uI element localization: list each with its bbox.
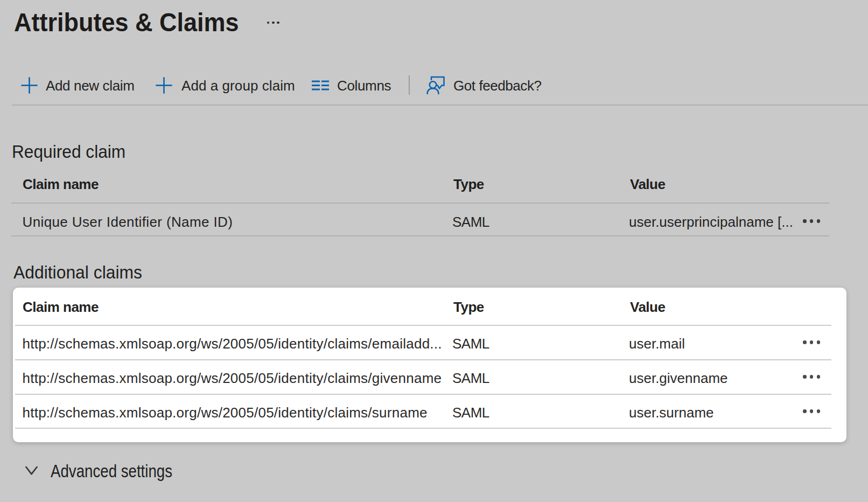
- additional-row-claim-name[interactable]: http://schemas.xmlsoap.org/ws/2005/05/id…: [23, 371, 442, 385]
- dot: [810, 340, 814, 344]
- required-col-value: Value: [630, 177, 665, 191]
- dot: [810, 375, 814, 379]
- plus-icon: [156, 78, 172, 94]
- additional-col-type: Type: [453, 300, 484, 314]
- additional-col-claim-name: Claim name: [23, 300, 99, 314]
- additional-row-type: SAML: [452, 337, 489, 351]
- additional-row-rule: [15, 428, 831, 429]
- required-row-value: user.userprincipalname [...: [629, 215, 793, 229]
- dot: [803, 219, 807, 223]
- dot: [817, 219, 821, 223]
- advanced-settings-label[interactable]: Advanced settings: [51, 462, 172, 480]
- dot: [277, 22, 279, 24]
- dot: [817, 340, 821, 344]
- additional-col-value: Value: [630, 300, 665, 314]
- additional-row-claim-name[interactable]: http://schemas.xmlsoap.org/ws/2005/05/id…: [23, 406, 428, 420]
- dot: [810, 219, 814, 223]
- more-options-icon[interactable]: [267, 22, 279, 24]
- person-feedback-icon: [426, 77, 445, 94]
- dot: [803, 375, 807, 379]
- required-col-claim-name: Claim name: [23, 177, 99, 191]
- required-row-rule: [11, 235, 829, 236]
- additional-row-value: user.surname: [629, 406, 714, 420]
- add-group-claim-button[interactable]: Add a group claim: [156, 76, 295, 95]
- toolbar-rule: [12, 104, 868, 106]
- got-feedback-label: Got feedback?: [453, 79, 542, 93]
- add-new-claim-button[interactable]: Add new claim: [21, 76, 135, 95]
- page-title: Attributes & Claims: [14, 10, 239, 36]
- additional-row-rule: [15, 359, 831, 360]
- dot: [817, 375, 821, 379]
- dot: [803, 340, 807, 344]
- additional-claims-heading: Additional claims: [13, 263, 142, 281]
- additional-row-menu-icon[interactable]: [803, 340, 820, 344]
- required-row-menu-icon[interactable]: [803, 219, 820, 223]
- additional-row-type: SAML: [452, 371, 489, 385]
- required-row-claim-name[interactable]: Unique User Identifier (Name ID): [23, 215, 233, 229]
- additional-row-type: SAML: [452, 406, 489, 420]
- additional-row-menu-icon[interactable]: [803, 375, 820, 379]
- additional-row-rule: [15, 394, 831, 395]
- chevron-down-icon[interactable]: [25, 466, 38, 476]
- plus-icon: [21, 78, 38, 94]
- add-new-claim-label: Add new claim: [46, 79, 135, 93]
- additional-row-value: user.givenname: [629, 371, 728, 385]
- columns-button[interactable]: Columns: [311, 76, 391, 95]
- dot: [272, 22, 274, 24]
- got-feedback-button[interactable]: Got feedback?: [426, 76, 542, 95]
- columns-icon: [311, 80, 330, 92]
- add-group-claim-label: Add a group claim: [181, 79, 295, 93]
- dot: [267, 22, 269, 24]
- columns-label: Columns: [337, 79, 391, 93]
- required-col-type: Type: [453, 177, 484, 191]
- required-header-rule: [11, 203, 829, 204]
- additional-row-value: user.mail: [629, 337, 685, 351]
- additional-claims-card: Claim name Type Value http://schemas.xml…: [13, 288, 846, 442]
- additional-row-claim-name[interactable]: http://schemas.xmlsoap.org/ws/2005/05/id…: [23, 337, 442, 351]
- dot: [810, 409, 814, 413]
- toolbar-divider: [409, 75, 410, 95]
- dot: [817, 409, 821, 413]
- required-claim-heading: Required claim: [12, 142, 125, 161]
- required-row-type: SAML: [452, 215, 489, 229]
- dot: [803, 409, 807, 413]
- additional-row-menu-icon[interactable]: [803, 409, 820, 413]
- additional-header-rule: [15, 325, 831, 326]
